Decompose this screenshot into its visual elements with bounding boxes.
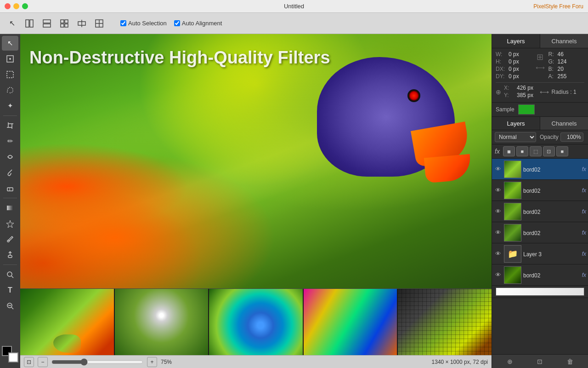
info-dy-value: 0 px (509, 73, 532, 80)
layer-fx-2: fx (582, 187, 586, 194)
auto-alignment-option[interactable]: Auto Alignment (174, 20, 222, 27)
auto-selection-option[interactable]: Auto Selection (120, 20, 167, 27)
window-controls (5, 3, 28, 9)
layer-name-6: bord02 (523, 272, 540, 279)
svg-point-14 (9, 58, 11, 60)
opacity-value[interactable]: 100% (560, 132, 583, 142)
parrot-eye (407, 89, 420, 102)
filmstrip-item-4[interactable] (304, 289, 398, 355)
svg-rect-2 (43, 20, 51, 23)
lasso-tool-btn[interactable] (2, 83, 18, 98)
add-layer-button[interactable]: ⊕ (504, 356, 516, 367)
canvas-main[interactable]: Non-Destructive High-Quality Filters (20, 34, 492, 288)
layer-item-1[interactable]: 👁 bord02 fx (492, 159, 588, 180)
wand-tool-btn[interactable]: ✦ (2, 98, 18, 113)
window-title: Untitled (284, 3, 304, 10)
info-tab[interactable]: Layers (492, 34, 540, 48)
layer-thumb-5: 📁 (504, 245, 521, 263)
fit-canvas-button[interactable]: ⊡ (24, 357, 34, 367)
layer-eye-3[interactable]: 👁 (494, 207, 502, 216)
finger-tool-btn[interactable] (2, 247, 18, 262)
zoom-out-button[interactable]: − (38, 357, 48, 367)
background-color[interactable] (8, 352, 18, 362)
zoom-slider[interactable] (51, 358, 143, 366)
pencil-tool-btn[interactable]: ✏ (2, 134, 18, 149)
layer-thumb-3 (504, 203, 521, 220)
transform-btn-3[interactable] (56, 15, 73, 32)
zoom-percent: 75% (161, 359, 179, 365)
layer-eye-6[interactable]: 👁 (494, 271, 502, 279)
close-button[interactable] (5, 3, 11, 9)
filmstrip-item-2[interactable] (115, 289, 209, 355)
svg-rect-5 (65, 20, 68, 23)
zoom-tool-btn[interactable] (2, 267, 18, 282)
selection-tool-btn[interactable] (2, 67, 18, 82)
brush-tool-btn[interactable] (2, 165, 18, 180)
layer-item-4[interactable]: 👁 bord02 fx (492, 222, 588, 243)
gradient-tool-btn[interactable] (2, 201, 18, 215)
tools-panel: ↖ ✦ ✏ (0, 34, 20, 368)
svg-rect-1 (30, 20, 33, 27)
maximize-button[interactable] (22, 3, 28, 9)
sample-swatch[interactable] (518, 104, 535, 115)
transform-btn-1[interactable] (21, 15, 38, 32)
layer-info-1: bord02 (523, 165, 579, 173)
fx-btn-3[interactable]: ⬚ (530, 146, 542, 156)
layer-eye-5[interactable]: 👁 (494, 250, 502, 258)
minimize-button[interactable] (13, 3, 19, 9)
info-h-label: H: (496, 58, 509, 65)
eraser-tool-btn[interactable] (2, 181, 18, 196)
fx-btn-1[interactable]: ■ (503, 146, 515, 156)
layer-eye-4[interactable]: 👁 (494, 229, 502, 237)
layer-item-3[interactable]: 👁 bord02 fx (492, 201, 588, 222)
info-dy-label: DY: (496, 73, 509, 80)
paint-tool-btn[interactable] (2, 216, 18, 231)
transform-btn-5[interactable] (91, 15, 107, 32)
auto-alignment-checkbox[interactable] (174, 20, 180, 26)
heal-tool-btn[interactable] (2, 150, 18, 164)
auto-selection-checkbox[interactable] (120, 20, 126, 26)
layers-tab[interactable]: Layers (492, 117, 540, 130)
move-tool-btn[interactable]: ↖ (2, 36, 18, 51)
histogram-tab[interactable]: Channels (540, 34, 588, 48)
transform-tool-btn[interactable] (2, 52, 18, 66)
transform-btn-4[interactable] (74, 15, 90, 32)
layer-eye-2[interactable]: 👁 (494, 186, 502, 195)
info-g-value: 124 (558, 58, 585, 65)
transform-btn-2[interactable] (39, 15, 55, 32)
duplicate-layer-button[interactable]: ⊡ (534, 356, 546, 367)
delete-layer-button[interactable]: 🗑 (564, 356, 576, 367)
filmstrip-item-3[interactable] (209, 289, 304, 355)
crop-tool-btn[interactable] (2, 118, 18, 133)
auto-selection-label: Auto Selection (128, 20, 167, 27)
text-tool-btn[interactable]: T (2, 283, 18, 298)
info-y-label: Y: (504, 92, 517, 98)
svg-point-25 (7, 272, 12, 276)
eyedropper-tool-btn[interactable] (2, 232, 18, 247)
layer-thumb-6 (504, 266, 521, 284)
layers-channels-tabs: Layers Channels (492, 117, 588, 130)
layer-fx-1: fx (582, 166, 586, 172)
zoom-out-tool-btn[interactable] (2, 299, 18, 313)
layer-eye-1[interactable]: 👁 (494, 165, 502, 173)
fx-btn-2[interactable]: ■ (516, 146, 528, 156)
film-thumb-1 (20, 289, 114, 355)
blend-mode-select[interactable]: Normal Multiply Screen Overlay Darken Li… (495, 132, 536, 142)
layer-fx-6: fx (582, 272, 586, 278)
layer-item-5[interactable]: 👁 📁 Layer 3 fx (492, 243, 588, 264)
fx-btn-4[interactable]: ⊡ (543, 146, 555, 156)
color-swatches[interactable] (2, 346, 18, 362)
radius-value: 1 (573, 89, 577, 95)
channels-tab[interactable]: Channels (540, 117, 588, 130)
filmstrip-item-5[interactable] (398, 289, 492, 355)
filmstrip-item-1[interactable] (20, 289, 115, 355)
move-tool-button[interactable]: ↖ (4, 15, 20, 32)
zoom-in-button[interactable]: + (147, 357, 157, 367)
layer-name-2: bord02 (523, 188, 540, 194)
layer-item-2[interactable]: 👁 bord02 fx (492, 180, 588, 201)
info-a-value: 255 (558, 73, 585, 80)
film-thumb-4 (304, 289, 397, 355)
layer-item-6[interactable]: 👁 bord02 fx (492, 264, 588, 286)
fx-btn-5[interactable]: ■ (556, 146, 568, 156)
info-x-value: 426 px (517, 85, 537, 91)
